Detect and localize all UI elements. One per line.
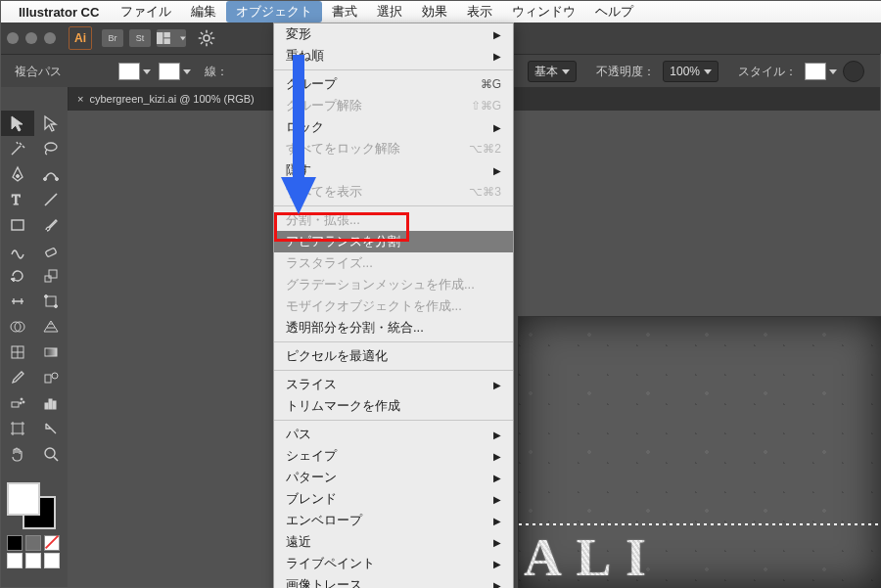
tool-zoom[interactable] — [34, 441, 68, 467]
recolor-button[interactable] — [843, 61, 864, 82]
tool-pen[interactable] — [1, 161, 34, 187]
menu-effect[interactable]: 効果 — [412, 1, 457, 23]
menu-expand-appearance[interactable]: アピアランスを分割 — [274, 231, 513, 252]
tool-rectangle[interactable] — [1, 212, 34, 238]
fill-color-icon[interactable] — [7, 482, 40, 516]
tool-direct-selection[interactable] — [34, 111, 68, 136]
opacity-value[interactable]: 100% — [663, 61, 719, 82]
color-mode-row — [7, 535, 68, 551]
svg-rect-37 — [45, 348, 57, 356]
menu-pattern[interactable]: パターン▶ — [274, 467, 513, 488]
svg-point-33 — [55, 305, 58, 308]
menu-object[interactable]: オブジェクト — [226, 1, 322, 23]
menu-envelope[interactable]: エンベロープ▶ — [274, 510, 513, 531]
menu-image-trace[interactable]: 画像トレース▶ — [274, 574, 513, 588]
mini-draw-behind[interactable] — [25, 553, 41, 568]
tab-title[interactable]: cybergreen_kizi.ai @ 100% (RGB) — [89, 93, 254, 105]
menu-help[interactable]: ヘルプ — [585, 1, 643, 23]
tool-rotate[interactable] — [1, 263, 34, 289]
svg-marker-13 — [143, 69, 151, 74]
stroke-dropdown-icon[interactable] — [183, 68, 191, 75]
tool-eyedropper[interactable] — [1, 365, 34, 390]
menu-edit[interactable]: 編集 — [181, 1, 226, 23]
gear-icon[interactable] — [198, 29, 215, 47]
svg-rect-0 — [157, 32, 162, 45]
svg-rect-26 — [12, 220, 23, 230]
menu-file[interactable]: ファイル — [111, 1, 181, 23]
svg-line-25 — [45, 194, 57, 205]
menu-show-all: すべてを表示⌥⌘3 — [274, 181, 513, 203]
traffic-max[interactable] — [44, 32, 56, 44]
svg-rect-40 — [12, 402, 19, 407]
mini-none[interactable] — [44, 535, 60, 551]
stock-chip[interactable]: St — [129, 29, 151, 47]
menu-perspective[interactable]: 遠近▶ — [274, 531, 513, 553]
menu-select[interactable]: 選択 — [367, 1, 412, 23]
traffic-close[interactable] — [7, 32, 19, 44]
tab-close-icon[interactable]: × — [77, 93, 83, 105]
app-frame: Illustrator CC ファイル 編集 オブジェクト 書式 選択 効果 表… — [0, 0, 881, 588]
menu-window[interactable]: ウィンドウ — [502, 1, 585, 23]
tool-slice[interactable] — [34, 416, 68, 441]
menu-live-paint[interactable]: ライブペイント▶ — [274, 553, 513, 574]
tool-magic-wand[interactable] — [1, 136, 34, 161]
menu-rasterize: ラスタライズ... — [274, 252, 513, 274]
tool-gradient[interactable] — [34, 339, 68, 365]
svg-marker-15 — [562, 69, 570, 74]
style-label: スタイル： — [738, 64, 797, 80]
bridge-chip[interactable]: Br — [102, 29, 123, 47]
mini-draw-normal[interactable] — [7, 553, 23, 568]
style-swatch[interactable] — [805, 63, 826, 80]
tool-perspective[interactable] — [34, 314, 68, 339]
menu-path[interactable]: パス▶ — [274, 424, 513, 445]
tool-width[interactable] — [1, 289, 34, 314]
tool-artboard[interactable] — [1, 416, 34, 441]
svg-line-49 — [54, 457, 58, 461]
tool-mesh[interactable] — [1, 339, 34, 365]
tool-eraser[interactable] — [34, 238, 68, 263]
tool-type[interactable]: T — [1, 187, 34, 212]
mini-color[interactable] — [7, 535, 23, 551]
tool-lasso[interactable] — [34, 136, 68, 161]
menu-trim-marks[interactable]: トリムマークを作成 — [274, 395, 513, 417]
traffic-min[interactable] — [25, 32, 37, 44]
brush-preset[interactable]: 基本 — [528, 61, 577, 82]
app-name[interactable]: Illustrator CC — [19, 5, 99, 20]
tool-curvature[interactable] — [34, 161, 68, 187]
tool-graph[interactable] — [34, 390, 68, 416]
menu-flatten-transparency[interactable]: 透明部分を分割・統合... — [274, 317, 513, 339]
menu-shape[interactable]: シェイプ▶ — [274, 445, 513, 467]
tool-shaper[interactable] — [1, 238, 34, 263]
arrange-chip[interactable] — [157, 29, 186, 47]
svg-point-41 — [21, 398, 23, 400]
mini-draw-inside[interactable] — [44, 553, 60, 568]
menu-arrange[interactable]: 重ね順▶ — [274, 45, 513, 67]
menu-group[interactable]: グループ⌘G — [274, 73, 513, 95]
tool-blend[interactable] — [34, 365, 68, 390]
fill-stroke-swatches[interactable] — [5, 482, 64, 529]
fill-dropdown-icon[interactable] — [143, 68, 151, 75]
fill-swatch[interactable] — [118, 63, 140, 80]
stroke-swatch[interactable] — [159, 63, 180, 80]
menu-pixel-perfect[interactable]: ピクセルを最適化 — [274, 345, 513, 367]
menu-type[interactable]: 書式 — [322, 1, 367, 23]
menu-lock[interactable]: ロック▶ — [274, 116, 513, 138]
menu-blend[interactable]: ブレンド▶ — [274, 488, 513, 510]
svg-rect-2 — [163, 38, 169, 44]
mini-gradient[interactable] — [25, 535, 41, 551]
tool-scale[interactable] — [34, 263, 68, 289]
tool-selection[interactable] — [1, 111, 34, 136]
tool-paintbrush[interactable] — [34, 212, 68, 238]
tool-free-transform[interactable] — [34, 289, 68, 314]
menu-slice[interactable]: スライス▶ — [274, 374, 513, 395]
menu-view[interactable]: 表示 — [457, 1, 502, 23]
tool-line[interactable] — [34, 187, 68, 212]
tool-hand[interactable] — [1, 441, 34, 467]
tool-shape-builder[interactable] — [1, 314, 34, 339]
mac-menubar: Illustrator CC ファイル 編集 オブジェクト 書式 選択 効果 表… — [1, 1, 881, 23]
style-dropdown-icon[interactable] — [829, 68, 837, 75]
menu-ungroup: グループ解除⇧⌘G — [274, 95, 513, 116]
tool-symbol-sprayer[interactable] — [1, 390, 34, 416]
menu-transform[interactable]: 変形▶ — [274, 23, 513, 45]
menu-hide[interactable]: 隠す▶ — [274, 159, 513, 181]
